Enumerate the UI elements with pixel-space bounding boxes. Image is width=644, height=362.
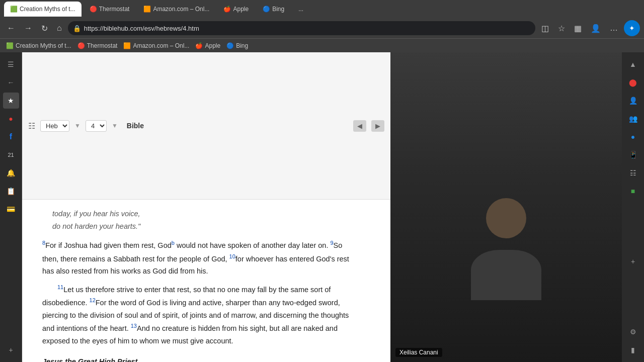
tab-thermostat[interactable]: 🔴 Thermostat (84, 2, 136, 17)
chapter-chevron-icon: ▼ (112, 122, 118, 129)
edge-scroll-up-icon[interactable]: ▲ (625, 56, 641, 72)
extensions-button[interactable]: ◫ (538, 22, 552, 35)
video-person: Xeilias Canani (390, 52, 622, 362)
sidebar-add-icon[interactable]: + (3, 342, 19, 358)
bookmarks-bar: 🟩 Creation Myths of t... 🔴 Thermostat 🟧 … (0, 38, 644, 52)
video-feed: Xeilias Canani (390, 52, 622, 362)
edge-tablet-icon[interactable]: ▮ (625, 342, 641, 358)
toolbar: ← → ↻ ⌂ 🔒 https://biblehub.com/esv/hebre… (0, 18, 644, 38)
home-button[interactable]: ⌂ (54, 22, 65, 35)
prev-chapter-button[interactable]: ◀ (353, 120, 366, 132)
sidebar-profile-icon[interactable]: ● (3, 111, 19, 127)
tab-favicon-apple: 🍎 (223, 6, 230, 13)
tab-label-apple: Apple (233, 6, 249, 13)
tab-overflow[interactable]: ... (292, 2, 309, 17)
edge-shield-icon[interactable]: ■ (625, 183, 641, 199)
sidebar-wallet-icon[interactable]: 💳 (3, 201, 19, 217)
sidebar-bell-icon[interactable]: 🔔 (3, 165, 19, 181)
edge-settings-icon[interactable]: ⚙ (625, 324, 641, 340)
book-select[interactable]: Heb (40, 120, 69, 132)
main-area: ☰ ← ★ ● f 21 🔔 📋 💳 + ☷ Heb ▼ (0, 52, 644, 362)
person-head (486, 198, 526, 238)
more-tools-button[interactable]: … (607, 22, 621, 35)
bookmark-amazon[interactable]: 🟧 Amazon.com – Onl... (123, 42, 189, 49)
right-edge-toolbar: ▲ ⬤ 👤 👥 ● 📱 ☷ ■ + ⚙ ▮ (622, 52, 644, 362)
edge-phone-icon[interactable]: 📱 (625, 147, 641, 163)
tab-label-amazon: Amazon.com – Onl... (153, 6, 209, 13)
sidebar-badge-icon[interactable]: 21 (3, 147, 19, 163)
tab-bing[interactable]: 🔵 Bing (257, 2, 290, 17)
bible-title: Bible (127, 122, 144, 130)
sidebar-favorites-icon[interactable]: ★ (3, 93, 19, 109)
address-bar[interactable]: 🔒 https://biblehub.com/esv/hebrews/4.htm (68, 21, 535, 35)
tab-favicon-thermostat: 🔴 (90, 6, 97, 13)
bible-top-nav: ☷ Heb ▼ 4 ▼ Bible ◀ ▶ (22, 52, 390, 200)
intro-verses-text: today, if you hear his voice, do not har… (52, 208, 354, 232)
bookmark-apple[interactable]: 🍎 Apple (195, 42, 220, 49)
profile-button[interactable]: 👤 (588, 22, 604, 35)
sidebar-menu-icon[interactable]: ☰ (3, 56, 19, 72)
tab-creation[interactable]: 🟩 Creation Myths of t... (4, 2, 82, 17)
left-sidebar: ☰ ← ★ ● f 21 🔔 📋 💳 + (0, 52, 22, 362)
bookmark-thermostat[interactable]: 🔴 Thermostat (77, 42, 118, 49)
next-chapter-button[interactable]: ▶ (371, 120, 384, 132)
sidebar-clipboard-icon[interactable]: 📋 (3, 183, 19, 199)
tab-bar: 🟩 Creation Myths of t... 🔴 Thermostat 🟧 … (0, 0, 644, 18)
reload-button[interactable]: ↻ (38, 22, 51, 35)
edge-group-icon[interactable]: 👥 (625, 111, 641, 127)
edge-blue-icon[interactable]: ● (625, 129, 641, 145)
tab-label-creation: Creation Myths of t... (20, 6, 75, 13)
verse-10-num[interactable]: 10 (229, 253, 235, 259)
verse-8-text: For if Joshua had given them rest, God (45, 241, 172, 249)
forward-button[interactable]: → (21, 22, 35, 35)
video-background: Xeilias Canani (390, 52, 622, 362)
nav-grid-icon[interactable]: ☷ (28, 121, 35, 131)
tab-amazon[interactable]: 🟧 Amazon.com – Onl... (137, 2, 215, 17)
tab-favicon-bing: 🔵 (263, 6, 270, 13)
sidebar-facebook-icon[interactable]: f (3, 129, 19, 145)
verse-11-num[interactable]: 11 (57, 284, 63, 290)
bible-page: ☷ Heb ▼ 4 ▼ Bible ◀ ▶ (22, 52, 390, 362)
edge-red-icon[interactable]: ⬤ (625, 74, 641, 90)
chapter-select[interactable]: 4 (86, 120, 107, 132)
tab-label-thermostat: Thermostat (99, 6, 130, 13)
tab-label-bing: Bing (272, 6, 284, 13)
scroll-indicator (340, 55, 348, 196)
chevron-down-icon: ▼ (74, 122, 80, 129)
tab-favicon-amazon: 🟧 (143, 6, 150, 13)
back-button[interactable]: ← (4, 22, 18, 35)
sidebar-back-icon[interactable]: ← (3, 74, 19, 90)
tab-label-overflow: ... (298, 6, 303, 13)
tab-apple[interactable]: 🍎 Apple (217, 2, 255, 17)
right-panel: Xeilias Canani (390, 52, 622, 362)
favorites-button[interactable]: ☆ (555, 22, 568, 35)
verse-11-paragraph: 11Let us therefore strive to enter that … (42, 283, 354, 347)
url-text: https://biblehub.com/esv/hebrews/4.htm (84, 25, 199, 32)
bookmark-creation[interactable]: 🟩 Creation Myths of t... (6, 42, 71, 49)
verse-8-paragraph: 8For if Joshua had given them rest, Godb… (42, 238, 354, 278)
person-body (471, 250, 541, 300)
bible-text-content: today, if you hear his voice, do not har… (22, 200, 374, 362)
bookmark-bing[interactable]: 🔵 Bing (226, 42, 248, 49)
verse-8-cont: would not have spoken of another day lat… (175, 241, 331, 249)
page-wrapper: ☷ Heb ▼ 4 ▼ Bible ◀ ▶ (22, 52, 622, 362)
edge-orange-icon[interactable]: 👤 (625, 93, 641, 109)
copilot-button[interactable]: ✦ (624, 20, 640, 36)
name-tag: Xeilias Canani (395, 348, 442, 357)
section-header: Jesus the Great High Priest (42, 355, 354, 362)
edge-grid-icon[interactable]: ☷ (625, 165, 641, 181)
verse-12-num[interactable]: 12 (90, 297, 96, 303)
edge-plus-icon[interactable]: + (625, 253, 641, 269)
tab-favicon-creation: 🟩 (10, 6, 17, 13)
browser-chrome: 🟩 Creation Myths of t... 🔴 Thermostat 🟧 … (0, 0, 644, 52)
verse-13-num[interactable]: 13 (131, 323, 137, 329)
collections-button[interactable]: ▦ (571, 22, 585, 35)
